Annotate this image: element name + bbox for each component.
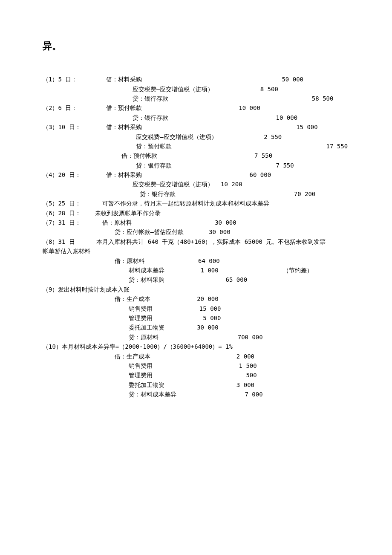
journal-line: 销售费用 15 000 bbox=[43, 304, 349, 313]
journal-line: 委托加工物资 3 000 bbox=[43, 380, 349, 390]
journal-line: 销售费用 1 500 bbox=[43, 361, 349, 370]
journal-line: 管理费用 500 bbox=[43, 370, 349, 380]
journal-line: （8）31 日 本月入库材料共计 640 千克（480+160），实际成本 65… bbox=[43, 237, 349, 246]
journal-line: 管理费用 5 000 bbox=[43, 313, 349, 323]
journal-line: 贷：银行存款 58 500 bbox=[43, 94, 349, 103]
journal-line: 借：预付帐款 7 550 bbox=[43, 151, 349, 160]
journal-line: 贷：应付帐款—暂估应付款 30 000 bbox=[43, 227, 349, 237]
journal-line: （6）28 日： 未收到发票帐单不作分录 bbox=[43, 208, 349, 218]
journal-line: （5）25 日： 可暂不作分录，待月末一起结转原材料计划成本和材料成本差异 bbox=[43, 199, 349, 208]
journal-line: 贷：预付帐款 17 550 bbox=[43, 142, 349, 151]
journal-line: 贷：材料采购 65 000 bbox=[43, 275, 349, 284]
journal-line: 应交税费—应交增值税（进项） 2 550 bbox=[43, 132, 349, 142]
journal-line: 借：生产成本 2 000 bbox=[43, 352, 349, 361]
journal-line: 应交税费—应交增值税（进项） 8 500 bbox=[43, 84, 349, 94]
journal-line: 材料成本差异 1 000 （节约差） bbox=[43, 266, 349, 275]
journal-line: 应交税费—应交增值税（进项） 10 200 bbox=[43, 179, 349, 189]
journal-line: 贷：原材料 700 000 bbox=[43, 332, 349, 342]
journal-line: （10）本月材料成本差异率=（2000-1000）/（36000+64000）=… bbox=[43, 342, 349, 351]
journal-line: 贷：银行存款 7 550 bbox=[43, 161, 349, 170]
journal-line: 贷：银行存款 10 000 bbox=[43, 113, 349, 122]
journal-line: 贷：银行存款 70 200 bbox=[43, 189, 349, 199]
journal-line: 借：生产成本 20 000 bbox=[43, 294, 349, 304]
document-body: （1）5 日： 借：材料采购 50 000 应交税费—应交增值税（进项） 8 5… bbox=[43, 75, 349, 399]
page-header: 异。 bbox=[43, 38, 349, 53]
journal-line: 委托加工物资 30 000 bbox=[43, 323, 349, 332]
journal-line: （3）10 日： 借：材料采购 15 000 bbox=[43, 122, 349, 132]
journal-line: 借：原材料 64 000 bbox=[43, 256, 349, 266]
journal-line: 帐单暂估入账材料 bbox=[43, 246, 349, 256]
journal-line: （9）发出材料时按计划成本入账 bbox=[43, 285, 349, 294]
journal-line: （7）31 日： 借：原材料 30 000 bbox=[43, 218, 349, 227]
journal-line: 贷：材料成本差异 7 000 bbox=[43, 390, 349, 399]
journal-line: （1）5 日： 借：材料采购 50 000 bbox=[43, 75, 349, 84]
journal-line: （2）6 日： 借：预付帐款 10 000 bbox=[43, 103, 349, 113]
journal-line: （4）20 日： 借：材料采购 60 000 bbox=[43, 170, 349, 179]
